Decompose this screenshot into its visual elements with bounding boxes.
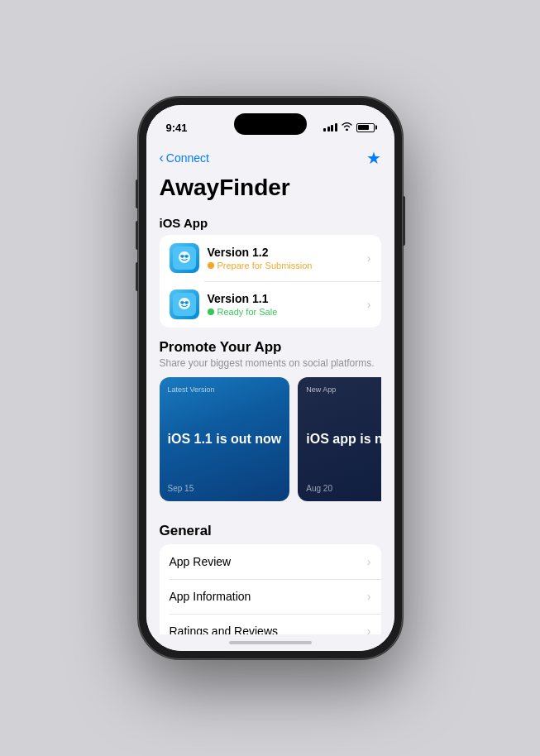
promote-title: Promote Your App <box>160 339 381 356</box>
general-row-app-review[interactable]: App Review › <box>160 544 381 579</box>
app-review-chevron: › <box>367 555 371 568</box>
promo-card-1-tag: Latest Version <box>168 385 282 394</box>
version-status-2: Ready for Sale <box>208 307 359 317</box>
home-indicator <box>146 634 394 651</box>
promo-cards: Latest Version iOS 1.1 is out now Sep 15… <box>160 377 381 505</box>
promo-card-2-text: iOS app is now available <box>306 431 380 447</box>
version-status-text-1: Prepare for Submission <box>217 261 313 270</box>
status-indicator-2 <box>208 309 214 315</box>
signal-icon <box>323 123 337 132</box>
promote-section: Promote Your App Share your biggest mome… <box>146 328 394 511</box>
page-title: AwayFinder <box>146 171 394 211</box>
main-content: ‹ Connect ★ AwayFinder iOS App <box>146 141 394 634</box>
general-row-app-information[interactable]: App Information › <box>160 579 381 614</box>
svg-point-1 <box>179 251 190 263</box>
version-row-2[interactable]: Version 1.1 Ready for Sale › <box>160 281 381 328</box>
svg-point-8 <box>179 298 190 309</box>
status-indicator-1 <box>208 262 214 269</box>
version-name-1: Version 1.2 <box>208 246 359 259</box>
back-label: Connect <box>166 151 209 165</box>
app-information-chevron: › <box>367 590 371 603</box>
version-name-2: Version 1.1 <box>208 292 359 305</box>
wifi-icon <box>342 122 352 132</box>
promote-subtitle: Share your biggest moments on social pla… <box>160 357 381 369</box>
back-button[interactable]: ‹ Connect <box>160 151 209 165</box>
ios-section-label: iOS App <box>146 211 394 235</box>
ratings-label: Ratings and Reviews <box>170 624 279 634</box>
promo-card-1[interactable]: Latest Version iOS 1.1 is out now Sep 15 <box>160 377 290 501</box>
phone-frame: 9:41 <box>138 97 403 659</box>
promo-card-2-date: Aug 20 <box>306 484 380 493</box>
dynamic-island <box>234 113 307 135</box>
status-icons <box>323 122 375 132</box>
promo-card-1-date: Sep 15 <box>168 484 282 493</box>
version-row-1[interactable]: Version 1.2 Prepare for Submission › <box>160 235 381 281</box>
version-info-1: Version 1.2 Prepare for Submission <box>208 246 359 270</box>
status-time: 9:41 <box>166 122 188 134</box>
promo-card-2[interactable]: New App iOS app is now available Aug 20 <box>298 377 380 501</box>
general-card: App Review › App Information › Ratings a… <box>160 544 381 634</box>
general-section-label: General <box>146 511 394 544</box>
chevron-right-icon-1: › <box>367 251 371 265</box>
home-bar <box>229 641 312 644</box>
ratings-chevron: › <box>367 624 371 634</box>
versions-card: Version 1.2 Prepare for Submission › <box>160 235 381 328</box>
promo-card-2-tag: New App <box>306 385 380 394</box>
phone-screen: 9:41 <box>146 105 394 651</box>
battery-icon <box>356 123 375 132</box>
status-bar: 9:41 <box>146 105 394 141</box>
nav-bar: ‹ Connect ★ <box>146 141 394 171</box>
app-information-label: App Information <box>170 590 251 603</box>
app-icon-v12 <box>170 243 199 273</box>
chevron-right-icon-2: › <box>367 298 371 311</box>
version-status-1: Prepare for Submission <box>208 261 359 270</box>
back-chevron-icon: ‹ <box>160 151 164 165</box>
app-icon-v11 <box>170 289 199 319</box>
version-info-2: Version 1.1 Ready for Sale <box>208 292 359 317</box>
favorite-button[interactable]: ★ <box>366 148 381 168</box>
app-review-label: App Review <box>170 555 232 568</box>
general-row-ratings[interactable]: Ratings and Reviews › <box>160 614 381 634</box>
version-status-text-2: Ready for Sale <box>217 307 278 317</box>
promo-card-1-text: iOS 1.1 is out now <box>168 431 282 447</box>
